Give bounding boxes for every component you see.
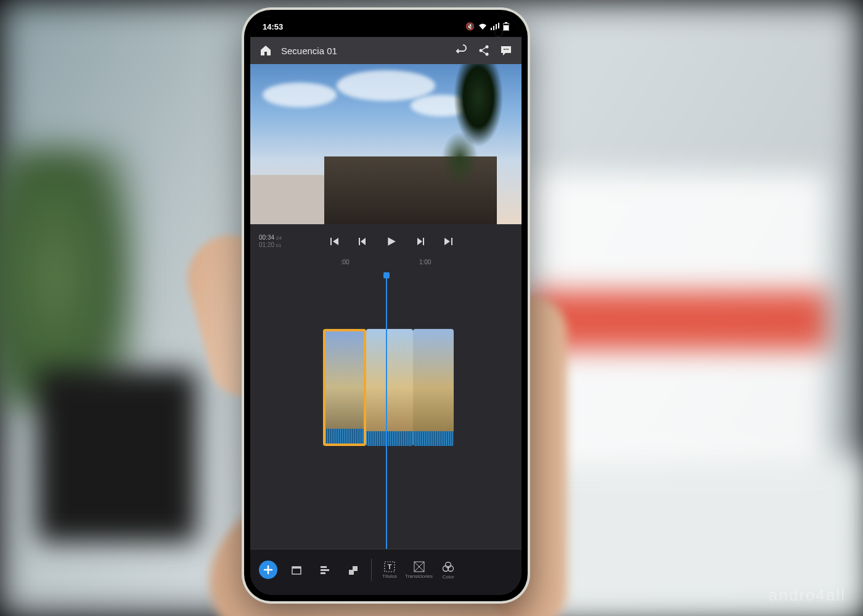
project-button[interactable] xyxy=(284,556,309,583)
timeline[interactable] xyxy=(250,274,521,549)
transitions-button[interactable]: Transiciones xyxy=(405,556,433,583)
titles-button[interactable]: TTítulos xyxy=(377,556,403,583)
timecode: 00:34 24 01:20 01 xyxy=(259,234,296,249)
playback-controls: 00:34 24 01:20 01 xyxy=(250,224,521,259)
add-button[interactable] xyxy=(259,561,277,579)
clip-3[interactable] xyxy=(413,329,454,446)
playhead[interactable] xyxy=(386,274,387,549)
wifi-icon xyxy=(478,23,487,30)
svg-rect-19 xyxy=(321,566,327,568)
svg-rect-13 xyxy=(330,238,332,245)
svg-rect-14 xyxy=(359,238,360,245)
ruler-mark: :00 xyxy=(341,259,350,274)
color-button[interactable]: Color xyxy=(435,556,461,583)
svg-rect-15 xyxy=(423,238,424,245)
home-button[interactable] xyxy=(259,44,272,57)
clip-selected[interactable] xyxy=(323,329,366,446)
layers-button[interactable] xyxy=(340,556,366,583)
svg-text:T: T xyxy=(388,563,392,570)
time-ruler[interactable]: :00 1:00 xyxy=(250,259,521,274)
undo-button[interactable] xyxy=(455,44,468,57)
status-time: 14:53 xyxy=(263,22,283,31)
phone-screen: 14:53 🔇 Secuencia 01 00:34 24 01 xyxy=(250,16,521,595)
mute-icon: 🔇 xyxy=(465,22,475,31)
status-right: 🔇 xyxy=(465,22,509,31)
svg-point-10 xyxy=(504,49,505,50)
watermark: andro4all xyxy=(769,586,846,605)
phone-frame: 14:53 🔇 Secuencia 01 00:34 24 01 xyxy=(244,10,528,601)
svg-point-11 xyxy=(505,49,507,50)
bg-plant xyxy=(0,148,136,407)
camera-hole xyxy=(494,28,503,37)
bg-box xyxy=(530,172,826,468)
svg-rect-5 xyxy=(505,22,507,23)
svg-rect-20 xyxy=(321,569,329,571)
svg-rect-18 xyxy=(292,567,301,569)
svg-rect-21 xyxy=(321,572,325,574)
divider xyxy=(371,559,372,581)
frame-back-button[interactable] xyxy=(357,235,369,248)
statusbar: 14:53 🔇 xyxy=(250,16,521,37)
project-title[interactable]: Secuencia 01 xyxy=(281,46,446,56)
svg-rect-0 xyxy=(491,28,492,30)
battery-icon xyxy=(503,22,509,31)
bottom-toolbar: TTítulos Transiciones Color xyxy=(250,549,521,595)
svg-point-9 xyxy=(486,53,489,56)
ruler-mark: 1:00 xyxy=(419,259,431,274)
bg-dark xyxy=(37,370,197,542)
svg-rect-6 xyxy=(504,25,509,30)
skip-start-button[interactable] xyxy=(329,235,341,248)
svg-point-12 xyxy=(507,49,509,50)
svg-rect-1 xyxy=(493,26,494,30)
clip-2[interactable] xyxy=(366,329,413,446)
share-button[interactable] xyxy=(477,44,491,57)
play-button[interactable] xyxy=(385,235,398,248)
svg-rect-16 xyxy=(451,238,452,245)
svg-point-8 xyxy=(486,46,489,49)
skip-end-button[interactable] xyxy=(442,235,454,248)
svg-rect-23 xyxy=(349,570,354,575)
clips-track[interactable] xyxy=(323,329,454,446)
comment-button[interactable] xyxy=(499,44,513,57)
app-topbar: Secuencia 01 xyxy=(250,37,521,64)
svg-point-7 xyxy=(480,49,483,52)
align-button[interactable] xyxy=(312,556,338,583)
video-preview[interactable] xyxy=(250,64,521,224)
frame-forward-button[interactable] xyxy=(414,235,426,248)
